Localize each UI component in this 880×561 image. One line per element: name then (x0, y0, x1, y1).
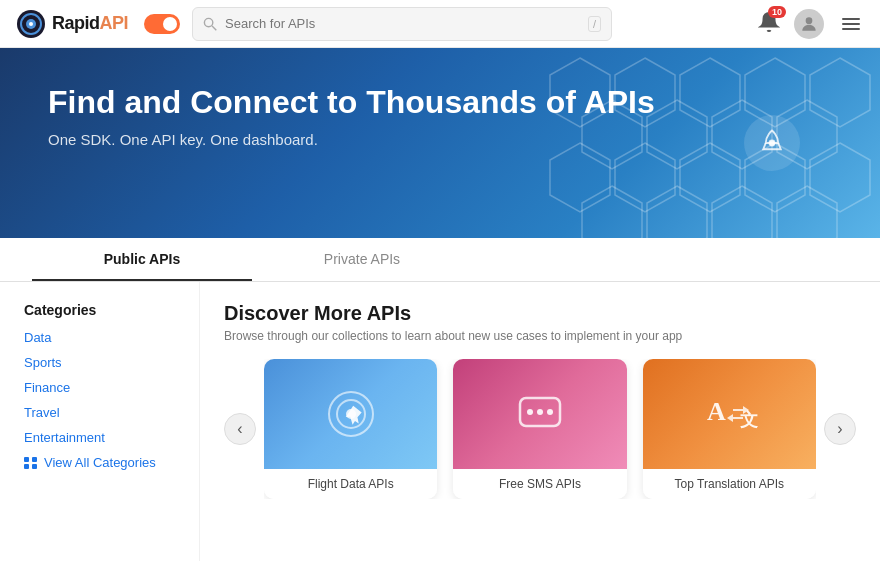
translation-icon: A 文 (697, 382, 761, 446)
sms-card-label: Free SMS APIs (453, 469, 626, 499)
carousel-next-button[interactable]: › (824, 413, 856, 445)
main-content: Categories Data Sports Finance Travel En… (0, 282, 880, 561)
theme-toggle[interactable] (144, 14, 180, 34)
menu-line-1 (842, 18, 860, 20)
menu-button[interactable] (838, 14, 864, 34)
notifications-button[interactable]: 10 (758, 11, 780, 37)
toggle-ball[interactable] (144, 14, 180, 34)
search-input[interactable] (225, 16, 580, 31)
sidebar: Categories Data Sports Finance Travel En… (0, 282, 200, 561)
avatar[interactable] (794, 9, 824, 39)
hero-title: Find and Connect to Thousands of APIs (48, 84, 832, 121)
carousel-prev-button[interactable]: ‹ (224, 413, 256, 445)
translation-card-label: Top Translation APIs (643, 469, 816, 499)
search-bar: / (192, 7, 612, 41)
view-all-label: View All Categories (44, 455, 156, 470)
svg-marker-20 (727, 414, 733, 422)
sms-icon (508, 382, 572, 446)
search-slash-badge: / (588, 16, 601, 32)
flight-card-image (264, 359, 437, 469)
svg-line-5 (212, 26, 216, 30)
logo-text: RapidAPI (52, 13, 128, 34)
search-icon (203, 17, 217, 31)
svg-point-13 (527, 409, 533, 415)
api-card-sms[interactable]: Free SMS APIs (453, 359, 626, 499)
sidebar-item-finance[interactable]: Finance (24, 380, 175, 395)
api-card-flight[interactable]: Flight Data APIs (264, 359, 437, 499)
sidebar-item-entertainment[interactable]: Entertainment (24, 430, 175, 445)
view-all-categories-link[interactable]: View All Categories (24, 455, 175, 470)
svg-text:A: A (707, 397, 726, 426)
api-carousel: ‹ Flight Data APIs (224, 359, 856, 499)
sidebar-item-data[interactable]: Data (24, 330, 175, 345)
carousel-track: Flight Data APIs Free SMS APIs (264, 359, 816, 499)
discover-title: Discover More APIs (224, 302, 856, 325)
translation-card-image: A 文 (643, 359, 816, 469)
tab-public-apis[interactable]: Public APIs (32, 238, 252, 281)
discover-section: Discover More APIs Browse through our co… (200, 282, 880, 561)
svg-point-15 (547, 409, 553, 415)
svg-point-14 (537, 409, 543, 415)
hero-subtitle: One SDK. One API key. One dashboard. (48, 131, 832, 148)
svg-text:文: 文 (740, 410, 758, 430)
sidebar-item-sports[interactable]: Sports (24, 355, 175, 370)
hero-banner: Find and Connect to Thousands of APIs On… (0, 48, 880, 238)
discover-subtitle: Browse through our collections to learn … (224, 329, 856, 343)
sidebar-item-travel[interactable]: Travel (24, 405, 175, 420)
svg-point-4 (204, 18, 212, 26)
api-card-translation[interactable]: A 文 Top Translation APIs (643, 359, 816, 499)
tabs-bar: Public APIs Private APIs (0, 238, 880, 282)
header-right: 10 (758, 9, 864, 39)
menu-line-2 (842, 23, 860, 25)
svg-point-3 (29, 22, 33, 26)
grid-icon (24, 457, 38, 469)
sms-card-image (453, 359, 626, 469)
svg-point-6 (806, 17, 813, 24)
user-icon (799, 14, 819, 34)
tab-private-apis[interactable]: Private APIs (252, 238, 472, 281)
rapidapi-logo-icon (16, 9, 46, 39)
menu-line-3 (842, 28, 860, 30)
header: RapidAPI / 10 (0, 0, 880, 48)
logo[interactable]: RapidAPI (16, 9, 128, 39)
notification-badge: 10 (768, 6, 786, 18)
flight-card-label: Flight Data APIs (264, 469, 437, 499)
flight-icon (319, 382, 383, 446)
categories-title: Categories (24, 302, 175, 318)
